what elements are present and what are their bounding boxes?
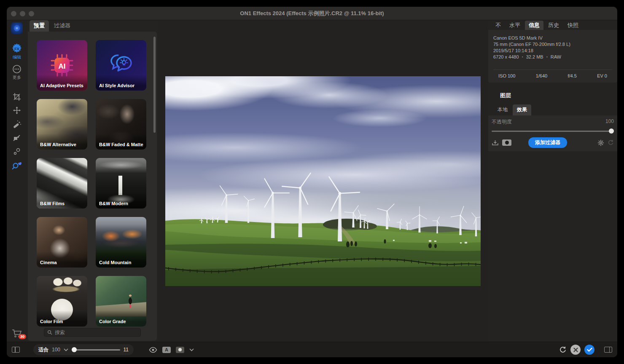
opacity-slider-knob[interactable]: [609, 128, 614, 134]
minimize-window-button[interactable]: [20, 11, 25, 16]
bottom-toolbar: 适合 100 11 A: [7, 342, 617, 357]
store-cart-button[interactable]: 30: [7, 328, 27, 338]
opacity-slider[interactable]: [492, 128, 614, 134]
lens-info: 75 mm (Canon EF 70-200mm f/2.8 L): [493, 41, 612, 48]
aperture-value: f/4.5: [568, 73, 576, 78]
app-window: ON1 Effects 2024 (Effects 示例照片.CR2 @ 11.…: [7, 7, 617, 357]
tab-filters[interactable]: 过滤器: [50, 20, 75, 32]
toggle-left-panel-button[interactable]: [12, 347, 20, 353]
zoom-control[interactable]: 适合 100 11: [33, 344, 134, 355]
zoom-fit-label[interactable]: 适合: [38, 346, 48, 353]
ai-wand-tool-button[interactable]: [12, 119, 22, 129]
move-arrows-icon: [12, 106, 22, 115]
preset-tile[interactable]: B&W Modern: [96, 158, 146, 209]
cancel-button[interactable]: [570, 345, 581, 355]
file-info: 6720 x 4480 ・ 32.2 MB ・ RAW: [493, 54, 612, 60]
tab-levels[interactable]: 水平: [506, 21, 524, 30]
preview-eye-icon[interactable]: [149, 347, 157, 353]
toggle-right-panel-button[interactable]: [604, 347, 612, 353]
capture-datetime: 2019/5/17 10:14:18: [493, 48, 612, 54]
tab-snapshots[interactable]: 快照: [564, 21, 582, 30]
apply-button[interactable]: [584, 345, 594, 355]
opacity-value: 100: [605, 118, 614, 126]
presets-tab-strip: 预置 过滤器: [27, 21, 158, 32]
check-icon: [587, 348, 592, 352]
tab-info[interactable]: 信息: [525, 21, 543, 30]
magic-wand-icon: [12, 119, 22, 129]
on1-logo-icon[interactable]: [11, 22, 23, 34]
gear-logo-icon: [13, 24, 21, 32]
show-mask-icon[interactable]: [176, 347, 184, 353]
cart-badge: 30: [19, 334, 26, 339]
mask-brush-tool-button[interactable]: [12, 134, 22, 143]
undo-reset-icon[interactable]: [559, 346, 567, 353]
preset-tile[interactable]: B&W Films: [37, 158, 87, 209]
shutter-value: 1/640: [536, 73, 548, 78]
chevron-down-icon[interactable]: [64, 348, 68, 351]
close-window-button[interactable]: [11, 11, 16, 16]
zoom-percent-value[interactable]: 100: [52, 347, 60, 353]
tab-history[interactable]: 历史: [544, 21, 563, 30]
soft-proof-icon[interactable]: A: [162, 347, 171, 353]
preset-tile-ai-style[interactable]: AI Style Advisor: [96, 40, 146, 91]
right-tab-strip: 不 水平 信息 历史 快照: [488, 21, 617, 30]
traffic-lights[interactable]: [11, 11, 34, 16]
preset-tile[interactable]: Cinema: [37, 217, 87, 268]
presets-scrollbar[interactable]: [153, 37, 156, 133]
layer-tab-strip: 本地 效果: [488, 104, 617, 115]
add-filter-button[interactable]: 添加过滤器: [528, 137, 567, 148]
crop-icon: [12, 92, 22, 102]
close-icon: [573, 348, 578, 352]
layer-mask-icon[interactable]: [502, 139, 511, 146]
presets-panel: 预置 过滤器 AI: [27, 21, 158, 342]
layers-title: 图层: [488, 83, 617, 99]
move-tool-button[interactable]: [12, 106, 22, 115]
photo-info-block: Canon EOS 5D Mark IV 75 mm (Canon EF 70-…: [488, 30, 617, 83]
titlebar: ON1 Effects 2024 (Effects 示例照片.CR2 @ 11.…: [7, 7, 617, 20]
search-input[interactable]: [55, 329, 137, 335]
zoom-window-button[interactable]: [29, 11, 34, 16]
opacity-label: 不透明度: [492, 118, 512, 126]
tab-effects[interactable]: 效果: [513, 104, 531, 115]
preset-tile[interactable]: B&W Faded & Matte: [96, 99, 146, 150]
presets-list: AI AI Adaptive Presets: [28, 32, 157, 341]
more-label: 更多: [13, 75, 21, 80]
two-circles-icon: [12, 147, 22, 156]
tab-local[interactable]: 本地: [493, 104, 512, 115]
fx-effects-icon: FX: [12, 43, 22, 54]
zoom-pan-tool-button[interactable]: [11, 161, 22, 171]
tab-navigator[interactable]: 不: [492, 21, 505, 30]
preset-tile-ai-adaptive[interactable]: AI AI Adaptive Presets: [37, 40, 87, 91]
crop-tool-button[interactable]: [12, 92, 22, 102]
svg-text:FX: FX: [14, 47, 19, 51]
zoom-slider-knob[interactable]: [72, 347, 77, 352]
gear-icon[interactable]: [597, 139, 604, 146]
more-ellipsis-icon: [12, 64, 22, 74]
preset-search[interactable]: [44, 328, 141, 337]
right-panel: 不 水平 信息 历史 快照 Canon EOS 5D Mark IV 75 mm…: [488, 21, 617, 342]
sidebar-item-more[interactable]: 更多: [12, 64, 22, 80]
photo-wind-turbines[interactable]: [165, 76, 481, 286]
chevron-down-icon[interactable]: [189, 348, 194, 351]
blemish-tool-button[interactable]: [12, 147, 22, 156]
camera-model: Canon EOS 5D Mark IV: [493, 35, 612, 41]
zoom-slider[interactable]: [72, 347, 120, 352]
exif-row: ISO 100 1/640 f/4.5 EV 0: [493, 70, 612, 83]
svg-text:AI: AI: [59, 62, 66, 70]
zoom-level-value: 11: [124, 347, 129, 353]
window-title: ON1 Effects 2024 (Effects 示例照片.CR2 @ 11.…: [240, 10, 384, 17]
ev-value: EV 0: [597, 73, 607, 78]
effects-opacity-box: 不透明度 100 添加过滤器: [488, 115, 617, 151]
sidebar-item-edit[interactable]: FX 编辑: [12, 43, 22, 60]
canvas-area[interactable]: [158, 21, 488, 342]
tab-presets[interactable]: 预置: [30, 20, 49, 32]
import-preset-icon[interactable]: [492, 139, 499, 146]
preset-tile[interactable]: Cold Mountain: [96, 217, 146, 268]
brush-mask-icon: [12, 134, 22, 143]
reset-icon[interactable]: [608, 139, 614, 146]
magnifier-hand-icon: [11, 161, 22, 171]
preset-tile[interactable]: B&W Alternative: [37, 99, 87, 150]
preset-tile[interactable]: Color Grade: [96, 276, 146, 327]
preset-tile[interactable]: Color Film: [37, 276, 87, 327]
edit-label: 编辑: [13, 54, 21, 60]
